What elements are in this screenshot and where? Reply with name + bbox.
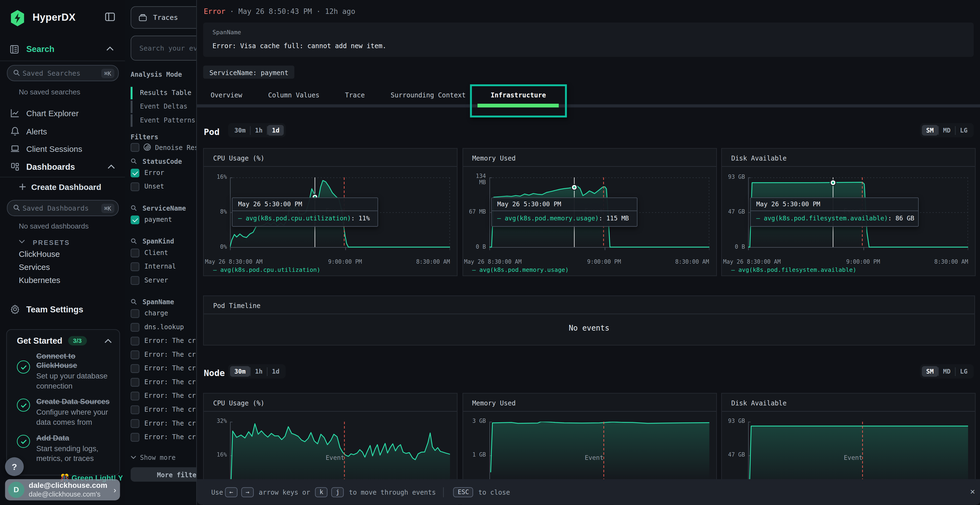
filter-option-label[interactable]: Internal: [144, 262, 176, 270]
sidebar-item-search[interactable]: Search: [26, 44, 54, 54]
saved-searches-placeholder: Saved Searches: [22, 69, 101, 77]
filter-option-label[interactable]: Error: [144, 169, 164, 176]
node-disk-plot[interactable]: [748, 422, 968, 480]
chevron-up-icon[interactable]: [106, 46, 114, 51]
source-select[interactable]: Traces: [130, 6, 196, 29]
analysis-mode-event-deltas[interactable]: Event Deltas: [140, 103, 187, 110]
event-search-input[interactable]: Search your events w: [130, 36, 196, 61]
filter-option-label[interactable]: Unset: [144, 182, 164, 190]
event-marker-label: Event: [326, 454, 344, 461]
filter-checkbox-server[interactable]: [130, 276, 139, 285]
chart-tooltip: May 26 5:30:00 PM— avg(k8s.pod.filesyste…: [750, 197, 919, 227]
preset-clickhouse[interactable]: ClickHouse: [19, 249, 60, 259]
pod-size-sm[interactable]: SM: [922, 125, 938, 135]
filter-checkbox-payment[interactable]: [130, 216, 139, 224]
preset-services[interactable]: Services: [19, 262, 50, 272]
close-drawer-button[interactable]: ✕: [970, 487, 975, 496]
pod-size-group: SMMDLG: [920, 123, 974, 137]
saved-dashboards-input[interactable]: Saved Dashboards ⌘K: [7, 200, 119, 216]
filter-option-label[interactable]: Error: The cr: [144, 392, 196, 399]
filter-checkbox-error[interactable]: [130, 169, 139, 178]
tab-trace[interactable]: Trace: [345, 91, 365, 99]
analysis-mode-event-patterns[interactable]: Event Patterns: [140, 116, 195, 124]
filter-option-label[interactable]: dns.lookup: [144, 323, 184, 330]
sidebar-item-alerts[interactable]: Alerts: [0, 124, 125, 139]
filter-checkbox-error-the-cr[interactable]: [130, 337, 139, 345]
filter-option-label[interactable]: Server: [144, 276, 168, 284]
grid-icon: [10, 162, 20, 172]
filter-option-label[interactable]: Error: The cr: [144, 405, 196, 413]
filter-checkbox-dns-lookup[interactable]: [130, 323, 139, 332]
filter-option-label[interactable]: Client: [144, 249, 168, 256]
tab-column-values[interactable]: Column Values: [268, 91, 320, 99]
pod-size-md[interactable]: MD: [939, 125, 955, 135]
filter-checkbox-error-the-cr[interactable]: [130, 392, 139, 400]
sidebar-item-client-sessions[interactable]: Client Sessions: [0, 141, 125, 156]
help-button[interactable]: ?: [5, 457, 24, 476]
filter-option-label[interactable]: Error: The cr: [144, 433, 196, 440]
tab-surrounding-context[interactable]: Surrounding Context: [391, 91, 466, 99]
preset-kubernetes[interactable]: Kubernetes: [19, 275, 60, 284]
arrow-left-key: ←: [225, 487, 237, 497]
node-cpu-plot[interactable]: [230, 422, 450, 480]
filter-group-header[interactable]: StatusCode: [130, 157, 182, 165]
filter-option-label[interactable]: payment: [144, 216, 172, 223]
show-more-button[interactable]: Show more: [130, 454, 176, 461]
more-filters-button[interactable]: More filters: [130, 467, 196, 481]
chevron-up-icon: [108, 164, 115, 169]
node-range-1d[interactable]: 1d: [267, 366, 284, 376]
chart-legend: — avg(k8s.pod.filesystem.available): [731, 266, 856, 273]
pod-size-lg[interactable]: LG: [956, 125, 972, 135]
filter-option-label[interactable]: Error: The cr: [144, 337, 196, 344]
filter-checkbox-internal[interactable]: [130, 262, 139, 271]
sidebar-item-chart-explorer[interactable]: Chart Explorer: [0, 106, 125, 121]
collapse-sidebar-icon[interactable]: [104, 11, 115, 22]
tab-overview[interactable]: Overview: [211, 91, 242, 99]
get-started-header[interactable]: Get Started 3/3: [17, 336, 119, 345]
filter-option-label[interactable]: Error: The cr: [144, 419, 196, 427]
filter-option-label[interactable]: Error: The cr: [144, 351, 196, 358]
filter-checkbox-unset[interactable]: [130, 182, 139, 191]
filter-group-header[interactable]: SpanName: [130, 298, 174, 306]
filter-checkbox-error-the-cr[interactable]: [130, 364, 139, 373]
filter-checkbox-error-the-cr[interactable]: [130, 405, 139, 414]
analysis-mode-results-table[interactable]: Results Table: [140, 89, 191, 96]
filter-checkbox-error-the-cr[interactable]: [130, 433, 139, 441]
get-started-item[interactable]: Create Data SourcesConfigure where your …: [17, 397, 111, 428]
tooltip-value: — avg(k8s.pod.cpu.utilization): 11%: [232, 211, 377, 226]
sidebar-item-team-settings[interactable]: Team Settings: [0, 302, 125, 317]
presets-toggle[interactable]: PRESETS: [19, 236, 70, 247]
sidebar-item-label: Chart Explorer: [26, 108, 78, 118]
service-name-chip[interactable]: ServiceName: payment: [203, 65, 294, 79]
get-started-item[interactable]: Connect to ClickHouseSet up your databas…: [17, 352, 111, 391]
node-size-sm[interactable]: SM: [922, 366, 938, 376]
saved-searches-input[interactable]: Saved Searches ⌘K: [7, 65, 119, 81]
filter-option-label[interactable]: charge: [144, 309, 168, 317]
filter-group-name: SpanKind: [142, 237, 174, 245]
get-started-item[interactable]: Add DataStart sending logs, metrics, or …: [17, 434, 111, 464]
create-dashboard-button[interactable]: Create Dashboard: [0, 182, 125, 192]
node-size-lg[interactable]: LG: [956, 366, 972, 376]
filter-checkbox-error-the-cr[interactable]: [130, 351, 139, 359]
denoise-checkbox[interactable]: [130, 143, 139, 152]
pod-range-30m[interactable]: 30m: [230, 125, 250, 135]
filter-option-label[interactable]: Error: The cr: [144, 378, 196, 386]
no-saved-searches-text: No saved searches: [19, 88, 80, 96]
pod-range-1h[interactable]: 1h: [251, 125, 267, 135]
filter-checkbox-error-the-cr[interactable]: [130, 419, 139, 428]
filter-checkbox-charge[interactable]: [130, 309, 139, 318]
sidebar-item-dashboards[interactable]: Dashboards: [0, 159, 125, 174]
pod-range-1d[interactable]: 1d: [267, 125, 284, 135]
filter-group-header[interactable]: SpanKind: [130, 237, 174, 245]
node-size-md[interactable]: MD: [939, 366, 955, 376]
node-memory-plot[interactable]: [489, 422, 709, 480]
node-range-1h[interactable]: 1h: [251, 366, 267, 376]
filter-group-header[interactable]: ServiceName: [130, 204, 186, 212]
user-menu[interactable]: D dale@clickhouse.com dale@clickhouse.co…: [5, 479, 120, 500]
node-range-30m[interactable]: 30m: [230, 366, 250, 376]
search-section-icon: [9, 44, 19, 54]
filter-checkbox-error-the-cr[interactable]: [130, 378, 139, 387]
filter-checkbox-client[interactable]: [130, 249, 139, 257]
tab-divider: [197, 104, 980, 107]
filter-option-label[interactable]: Error: The cr: [144, 364, 196, 372]
